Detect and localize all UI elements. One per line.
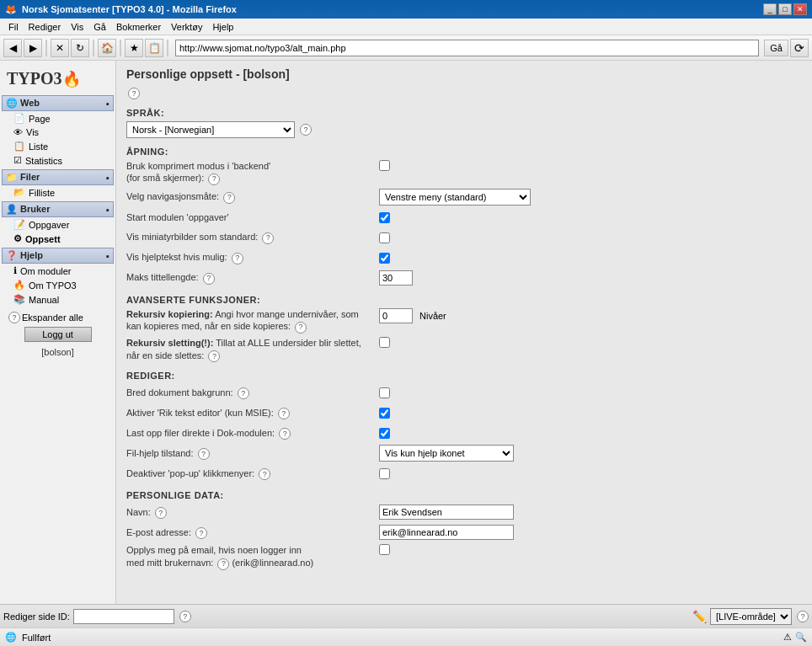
menu-hjelp[interactable]: Hjelp	[207, 21, 238, 33]
refresh-button[interactable]: ↻	[71, 39, 89, 57]
thumbnails-checkbox[interactable]	[379, 232, 390, 243]
email-control	[379, 525, 514, 540]
notify-help-icon[interactable]: ?	[217, 558, 229, 570]
status-text: Fullført	[22, 633, 51, 643]
sidebar: TYPO3 🔥 🌐 Web ▪ 📄 Page 👁 Vis 📋 Liste ☑	[0, 61, 116, 604]
page-help-icon[interactable]: ?	[128, 88, 140, 99]
sidebar-item-statistics[interactable]: ☑ Statistics	[0, 153, 115, 168]
sidebar-help-icon[interactable]: ?	[8, 312, 20, 323]
popup-help-icon[interactable]: ?	[259, 468, 270, 480]
popup-checkbox[interactable]	[379, 468, 390, 479]
bottom-help-icon[interactable]: ?	[179, 611, 191, 622]
titlelen-help-icon[interactable]: ?	[203, 273, 215, 285]
email-input[interactable]	[379, 525, 514, 540]
menu-fil[interactable]: Fil	[3, 21, 24, 33]
typo3-logo: TYPO3 🔥	[0, 64, 115, 93]
recursive-copy-help-icon[interactable]: ?	[295, 322, 307, 334]
sidebar-item-oppgaver-label: Oppgaver	[29, 220, 69, 230]
language-select[interactable]: Norsk - [Norwegian] English - [English]	[126, 121, 295, 138]
sidebar-item-vis[interactable]: 👁 Vis	[0, 125, 115, 139]
sidebar-section-header-web[interactable]: 🌐 Web ▪	[2, 95, 114, 111]
oppgaver-icon: 📝	[13, 219, 25, 230]
sidebar-section-header-hjelp[interactable]: ❓ Hjelp ▪	[2, 248, 114, 264]
sidebar-item-om-typo3[interactable]: 🔥 Om TYPO3	[0, 278, 115, 292]
logout-button[interactable]: Logg ut	[24, 327, 92, 342]
forward-button[interactable]: ▶	[24, 39, 42, 57]
filehelp-help-icon[interactable]: ?	[198, 448, 210, 460]
toolbar-separator-1	[45, 40, 47, 56]
nav-select[interactable]: Venstre meny (standard) Topp navigasjon	[379, 189, 531, 206]
wide-doc-help-icon[interactable]: ?	[238, 387, 249, 399]
expand-all-label[interactable]: Ekspander alle	[22, 312, 83, 323]
helptext-checkbox[interactable]	[379, 253, 390, 264]
stop-button[interactable]: ✕	[51, 39, 69, 57]
sidebar-item-liste-label: Liste	[29, 141, 48, 152]
menu-rediger[interactable]: Rediger	[24, 21, 67, 33]
menu-vis[interactable]: Vis	[66, 21, 88, 33]
compressed-checkbox[interactable]	[379, 160, 390, 171]
recursive-copy-unit: Nivåer	[419, 311, 446, 321]
sidebar-item-page[interactable]: 📄 Page	[0, 111, 115, 125]
rich-text-control	[379, 408, 390, 419]
area-select[interactable]: [LIVE-område] Testområde	[710, 608, 792, 625]
rich-text-checkbox[interactable]	[379, 408, 390, 419]
sidebar-item-filliste-label: Filliste	[29, 188, 55, 198]
popup-row: Deaktiver 'pop-up' klikkmenyer: ?	[126, 465, 802, 482]
bookmark-btn[interactable]: ★	[125, 39, 143, 57]
area-help-icon[interactable]: ?	[797, 611, 809, 622]
name-input[interactable]	[379, 505, 514, 520]
manual-icon: 📚	[13, 294, 25, 305]
statistics-icon: ☑	[13, 155, 22, 166]
back-button[interactable]: ◀	[3, 39, 22, 57]
hjelp-section-label: ❓ Hjelp	[6, 250, 43, 261]
menu-bokmerker[interactable]: Bokmerker	[111, 21, 166, 33]
recursive-copy-input[interactable]	[379, 308, 413, 323]
titlelen-input[interactable]	[379, 270, 413, 286]
sidebar-item-filliste[interactable]: 📂 Filliste	[0, 185, 115, 200]
sidebar-item-oppsett[interactable]: ⚙ Oppsett	[0, 232, 115, 246]
name-help-icon[interactable]: ?	[155, 507, 167, 519]
go-button[interactable]: Gå	[764, 40, 788, 56]
compressed-help-icon[interactable]: ?	[208, 174, 220, 185]
minimize-button[interactable]: _	[763, 3, 777, 15]
email-help-icon[interactable]: ?	[195, 527, 207, 539]
close-button[interactable]: ✕	[793, 3, 807, 15]
recursive-delete-checkbox[interactable]	[379, 337, 390, 348]
filehelp-select[interactable]: Vis kun hjelp ikonet Vis alltid Skjul	[379, 445, 514, 462]
language-row: Norsk - [Norwegian] English - [English] …	[126, 121, 802, 138]
page-id-input[interactable]	[73, 609, 174, 624]
history-btn[interactable]: 📋	[145, 39, 163, 57]
upload-checkbox[interactable]	[379, 428, 390, 439]
upload-help-icon[interactable]: ?	[279, 428, 291, 440]
helptext-help-icon[interactable]: ?	[232, 253, 243, 264]
recursive-delete-help-icon[interactable]: ?	[208, 350, 220, 362]
sidebar-item-manual[interactable]: 📚 Manual	[0, 292, 115, 307]
rich-text-help-icon[interactable]: ?	[278, 408, 290, 419]
window-controls: _ □ ✕	[763, 3, 807, 15]
notify-checkbox[interactable]	[379, 544, 390, 555]
thumbnails-help-icon[interactable]: ?	[262, 232, 274, 244]
sidebar-item-liste[interactable]: 📋 Liste	[0, 139, 115, 153]
web-section-label: 🌐 Web	[6, 98, 40, 109]
sidebar-section-header-bruker[interactable]: 👤 Bruker ▪	[2, 201, 114, 217]
tasks-checkbox[interactable]	[379, 212, 390, 223]
sidebar-item-om-moduler[interactable]: ℹ Om moduler	[0, 264, 115, 278]
sidebar-section-bruker: 👤 Bruker ▪ 📝 Oppgaver ⚙ Oppsett	[0, 201, 115, 246]
toolbar-separator-2	[93, 40, 94, 56]
maximize-button[interactable]: □	[778, 3, 792, 15]
sidebar-section-header-filer[interactable]: 📁 Filer ▪	[2, 169, 114, 185]
menu-verktoey[interactable]: Verktøy	[166, 21, 207, 33]
oppsett-icon: ⚙	[13, 233, 22, 244]
nav-row: Velg navigasjonsmåte: ? Venstre meny (st…	[126, 189, 802, 206]
refresh-btn-2[interactable]: ⟳	[790, 39, 809, 57]
tasks-control	[379, 212, 390, 223]
statusbar: 🌐 Fullført ⚠ 🔍	[0, 627, 812, 646]
language-help-icon[interactable]: ?	[300, 124, 312, 136]
home-button[interactable]: 🏠	[98, 39, 116, 57]
nav-help-icon[interactable]: ?	[223, 192, 235, 204]
menu-ga[interactable]: Gå	[88, 21, 111, 33]
nav-control: Venstre meny (standard) Topp navigasjon	[379, 189, 531, 206]
address-bar[interactable]	[175, 40, 759, 56]
sidebar-item-oppgaver[interactable]: 📝 Oppgaver	[0, 217, 115, 232]
wide-doc-checkbox[interactable]	[379, 387, 390, 398]
